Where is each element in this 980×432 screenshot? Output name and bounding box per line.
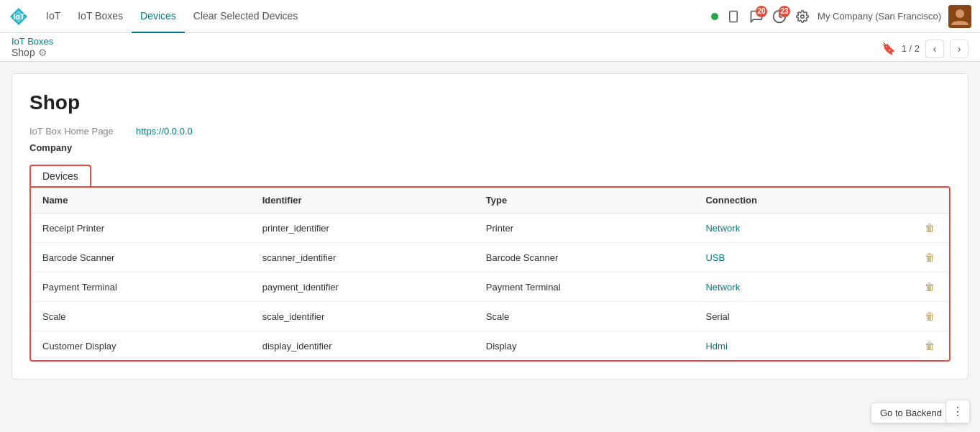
company-name[interactable]: My Company (San Francisco) <box>818 11 941 22</box>
svg-rect-3 <box>730 11 738 22</box>
device-type: Display <box>475 331 695 361</box>
nav-item-iot-boxes[interactable]: IoT Boxes <box>69 0 132 33</box>
col-header-actions <box>861 188 949 213</box>
company-label: Company <box>29 142 72 153</box>
table-row[interactable]: Scale scale_identifier Scale Serial 🗑 <box>31 302 949 331</box>
delete-device-button[interactable]: 🗑 <box>922 221 938 235</box>
table-row[interactable]: Customer Display display_identifier Disp… <box>31 331 949 361</box>
col-header-type: Type <box>475 188 695 213</box>
company-field: Company <box>29 142 951 153</box>
pagination-indicator: 1 / 2 <box>902 43 920 54</box>
breadcrumb-current-label: Shop <box>12 47 35 58</box>
page-title: Shop <box>29 91 951 114</box>
table-row[interactable]: Payment Terminal payment_identifier Paym… <box>31 272 949 302</box>
col-header-name: Name <box>31 188 251 213</box>
svg-point-8 <box>956 9 964 18</box>
main-content: Shop IoT Box Home Page https://0.0.0.0 C… <box>0 62 980 391</box>
svg-point-6 <box>801 14 805 18</box>
table-header: Name Identifier Type Connection <box>31 188 949 213</box>
devices-table-wrapper: Name Identifier Type Connection Receipt … <box>29 186 951 362</box>
device-identifier: scale_identifier <box>251 302 475 331</box>
devices-table-body: Receipt Printer printer_identifier Print… <box>31 213 949 361</box>
iot-box-home-page-field: IoT Box Home Page https://0.0.0.0 <box>29 126 951 137</box>
table-row[interactable]: Barcode Scanner scanner_identifier Barco… <box>31 243 949 272</box>
breadcrumb-parent[interactable]: IoT Boxes <box>12 36 53 47</box>
col-header-identifier: Identifier <box>251 188 475 213</box>
user-avatar[interactable] <box>948 5 971 28</box>
nav-item-iot[interactable]: IoT <box>37 0 69 33</box>
iot-box-home-page-url[interactable]: https://0.0.0.0 <box>136 126 193 137</box>
device-connection: Network <box>694 213 861 243</box>
top-navigation: IoT IoT IoT Boxes Devices Clear Selected… <box>0 0 980 33</box>
delete-device-button[interactable]: 🗑 <box>922 280 938 294</box>
nav-right-controls: 20 23 My Company (San Francisco) <box>711 5 971 28</box>
device-connection: Network <box>694 272 861 302</box>
device-identifier: scanner_identifier <box>251 243 475 272</box>
activity-icon[interactable]: 23 <box>771 9 787 24</box>
device-identifier: payment_identifier <box>251 272 475 302</box>
connection-value[interactable]: Network <box>705 282 740 293</box>
device-connection: Hdmi <box>694 331 861 361</box>
device-actions: 🗑 <box>861 243 949 272</box>
phone-icon[interactable] <box>725 9 741 24</box>
delete-device-button[interactable]: 🗑 <box>922 339 938 353</box>
iot-box-home-page-label: IoT Box Home Page <box>29 126 130 137</box>
device-actions: 🗑 <box>861 272 949 302</box>
breadcrumb-current: Shop ⚙ <box>12 47 53 61</box>
bookmark-icon[interactable]: 🔖 <box>881 42 896 55</box>
device-connection: Serial <box>694 302 861 331</box>
tabs-container: Devices Name Identifier Type Connection <box>29 165 951 362</box>
table-row[interactable]: Receipt Printer printer_identifier Print… <box>31 213 949 243</box>
device-name: Barcode Scanner <box>31 243 251 272</box>
device-actions: 🗑 <box>861 213 949 243</box>
nav-item-clear-selected[interactable]: Clear Selected Devices <box>185 0 307 33</box>
devices-table: Name Identifier Type Connection Receipt … <box>31 188 949 360</box>
breadcrumb-settings-icon[interactable]: ⚙ <box>38 47 47 58</box>
svg-text:IoT: IoT <box>14 13 24 21</box>
chat-badge: 20 <box>756 6 767 17</box>
device-name: Scale <box>31 302 251 331</box>
logo-icon: IoT <box>9 6 29 27</box>
device-actions: 🗑 <box>861 302 949 331</box>
chat-icon[interactable]: 20 <box>748 9 764 24</box>
nav-item-devices[interactable]: Devices <box>132 0 185 33</box>
tab-bar: Devices <box>29 165 951 186</box>
col-header-connection: Connection <box>694 188 861 213</box>
device-type: Barcode Scanner <box>475 243 695 272</box>
device-type: Scale <box>475 302 695 331</box>
device-identifier: display_identifier <box>251 331 475 361</box>
device-name: Payment Terminal <box>31 272 251 302</box>
content-card: Shop IoT Box Home Page https://0.0.0.0 C… <box>12 73 968 380</box>
breadcrumb-bar: IoT Boxes Shop ⚙ 🔖 1 / 2 ‹ › <box>0 33 980 62</box>
breadcrumb-right: 🔖 1 / 2 ‹ › <box>881 40 968 58</box>
online-status-indicator <box>711 13 718 20</box>
delete-device-button[interactable]: 🗑 <box>922 309 938 323</box>
device-connection: USB <box>694 243 861 272</box>
connection-value[interactable]: Hdmi <box>705 341 727 351</box>
device-actions: 🗑 <box>861 331 949 361</box>
pagination-next-button[interactable]: › <box>950 40 968 58</box>
app-logo[interactable]: IoT <box>9 6 29 27</box>
connection-value: Serial <box>705 311 729 322</box>
activity-badge: 23 <box>779 6 790 17</box>
connection-value[interactable]: Network <box>705 223 740 234</box>
breadcrumb-left: IoT Boxes Shop ⚙ <box>12 36 53 61</box>
settings-icon[interactable] <box>794 9 810 24</box>
connection-value[interactable]: USB <box>705 252 725 263</box>
device-name: Receipt Printer <box>31 213 251 243</box>
tab-devices[interactable]: Devices <box>29 165 91 186</box>
device-type: Payment Terminal <box>475 272 695 302</box>
device-identifier: printer_identifier <box>251 213 475 243</box>
delete-device-button[interactable]: 🗑 <box>922 250 938 265</box>
pagination-prev-button[interactable]: ‹ <box>925 40 944 58</box>
device-type: Printer <box>475 213 695 243</box>
device-name: Customer Display <box>31 331 251 361</box>
